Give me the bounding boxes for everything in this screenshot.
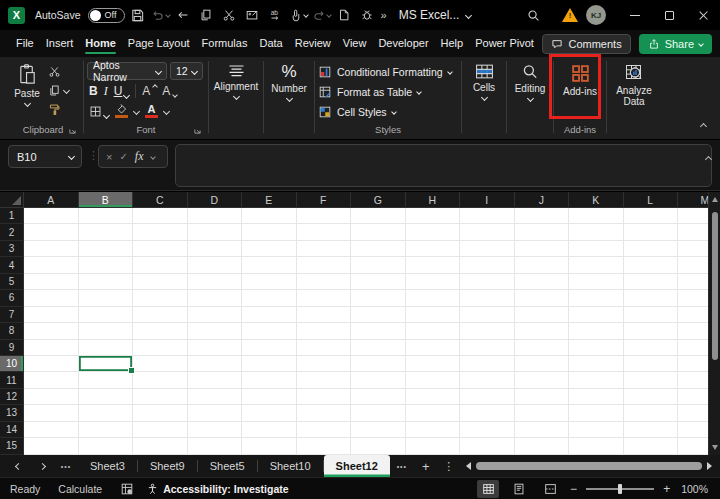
cell-J15[interactable] [515, 438, 570, 454]
cell-L1[interactable] [624, 208, 679, 224]
cell-L10[interactable] [624, 356, 679, 372]
cell-K8[interactable] [569, 323, 624, 339]
cell-L14[interactable] [624, 422, 679, 438]
cell-L12[interactable] [624, 389, 679, 405]
menu-item-formulas[interactable]: Formulas [196, 31, 254, 56]
cell-I15[interactable] [460, 438, 515, 454]
insert-function-icon[interactable]: fx [135, 149, 144, 164]
cell-J14[interactable] [515, 422, 570, 438]
sheet-options-icon[interactable] [438, 460, 460, 473]
name-box[interactable]: B10 [8, 145, 82, 168]
cell-H15[interactable] [406, 438, 461, 454]
horizontal-scroll-thumb[interactable] [476, 462, 702, 470]
cell-F12[interactable] [297, 389, 352, 405]
cell-I9[interactable] [460, 340, 515, 356]
cell-B9[interactable] [79, 340, 134, 356]
menu-item-help[interactable]: Help [435, 31, 470, 56]
vertical-scroll-thumb[interactable] [712, 212, 718, 360]
cell-C11[interactable] [133, 372, 188, 388]
column-header-D[interactable]: D [188, 192, 243, 208]
cell-A4[interactable] [24, 257, 79, 273]
cell-H9[interactable] [406, 340, 461, 356]
cell-C3[interactable] [133, 241, 188, 257]
cell-K4[interactable] [569, 257, 624, 273]
cell-L13[interactable] [624, 405, 679, 421]
minimize-button[interactable] [618, 0, 652, 30]
bug-icon[interactable] [357, 3, 378, 27]
cell-C12[interactable] [133, 389, 188, 405]
cell-G7[interactable] [351, 307, 406, 323]
cell-B8[interactable] [79, 323, 134, 339]
cell-J10[interactable] [515, 356, 570, 372]
cell-F13[interactable] [297, 405, 352, 421]
column-header-I[interactable]: I [460, 192, 515, 208]
cell-G4[interactable] [351, 257, 406, 273]
cut-button[interactable] [48, 62, 69, 81]
back-arrow-icon[interactable] [173, 3, 194, 27]
more-sheets-icon[interactable] [390, 463, 414, 470]
vertical-scrollbar[interactable] [708, 192, 720, 455]
column-header-G[interactable]: G [351, 192, 406, 208]
cell-E8[interactable] [242, 323, 297, 339]
autosave-toggle[interactable]: Off [88, 8, 125, 23]
calculate-indicator[interactable]: Calculate [58, 483, 102, 495]
cell-A6[interactable] [24, 290, 79, 306]
row-header-5[interactable]: 5 [0, 274, 24, 290]
cell-J8[interactable] [515, 323, 570, 339]
normal-view-button[interactable] [477, 480, 499, 498]
sheet-tab-sheet3[interactable]: Sheet3 [78, 455, 137, 477]
cell-B1[interactable] [79, 208, 134, 224]
menu-item-view[interactable]: View [337, 31, 373, 56]
close-button[interactable] [686, 0, 720, 30]
cell-K7[interactable] [569, 307, 624, 323]
warning-icon[interactable] [562, 8, 578, 22]
column-header-B[interactable]: B [79, 192, 134, 208]
cell-C14[interactable] [133, 422, 188, 438]
cell-H11[interactable] [406, 372, 461, 388]
cell-C5[interactable] [133, 274, 188, 290]
cell-J11[interactable] [515, 372, 570, 388]
cell-A12[interactable] [24, 389, 79, 405]
bold-button[interactable]: B [89, 84, 98, 98]
font-dialog-launcher-icon[interactable] [193, 126, 202, 135]
row-header-2[interactable]: 2 [0, 224, 24, 240]
menu-item-home[interactable]: Home [79, 31, 122, 56]
cell-L9[interactable] [624, 340, 679, 356]
cell-F8[interactable] [297, 323, 352, 339]
cell-K9[interactable] [569, 340, 624, 356]
cell-K13[interactable] [569, 405, 624, 421]
scroll-up-icon[interactable] [712, 197, 718, 202]
column-header-E[interactable]: E [242, 192, 297, 208]
format-as-table-button[interactable]: Format as Table [318, 82, 458, 101]
cell-J9[interactable] [515, 340, 570, 356]
redo-icon[interactable] [311, 3, 332, 27]
row-header-8[interactable]: 8 [0, 323, 24, 339]
cell-G13[interactable] [351, 405, 406, 421]
cell-A7[interactable] [24, 307, 79, 323]
cell-C7[interactable] [133, 307, 188, 323]
cell-L2[interactable] [624, 224, 679, 240]
scroll-left-icon[interactable] [466, 462, 471, 470]
cell-D4[interactable] [188, 257, 243, 273]
row-header-14[interactable]: 14 [0, 422, 24, 438]
cell-H2[interactable] [406, 224, 461, 240]
cell-A15[interactable] [24, 438, 79, 454]
cell-F3[interactable] [297, 241, 352, 257]
cell-A13[interactable] [24, 405, 79, 421]
cell-K5[interactable] [569, 274, 624, 290]
cell-styles-button[interactable]: Cell Styles [318, 102, 458, 121]
cell-F7[interactable] [297, 307, 352, 323]
new-document-icon[interactable] [334, 3, 355, 27]
cell-E11[interactable] [242, 372, 297, 388]
cell-I7[interactable] [460, 307, 515, 323]
cell-G14[interactable] [351, 422, 406, 438]
cell-I10[interactable] [460, 356, 515, 372]
sheet-tab-sheet12[interactable]: Sheet12 [324, 455, 390, 477]
row-header-12[interactable]: 12 [0, 389, 24, 405]
cell-J13[interactable] [515, 405, 570, 421]
menu-item-file[interactable]: File [10, 31, 40, 56]
menu-item-page-layout[interactable]: Page Layout [122, 31, 196, 56]
cell-D6[interactable] [188, 290, 243, 306]
cell-D11[interactable] [188, 372, 243, 388]
row-header-7[interactable]: 7 [0, 307, 24, 323]
